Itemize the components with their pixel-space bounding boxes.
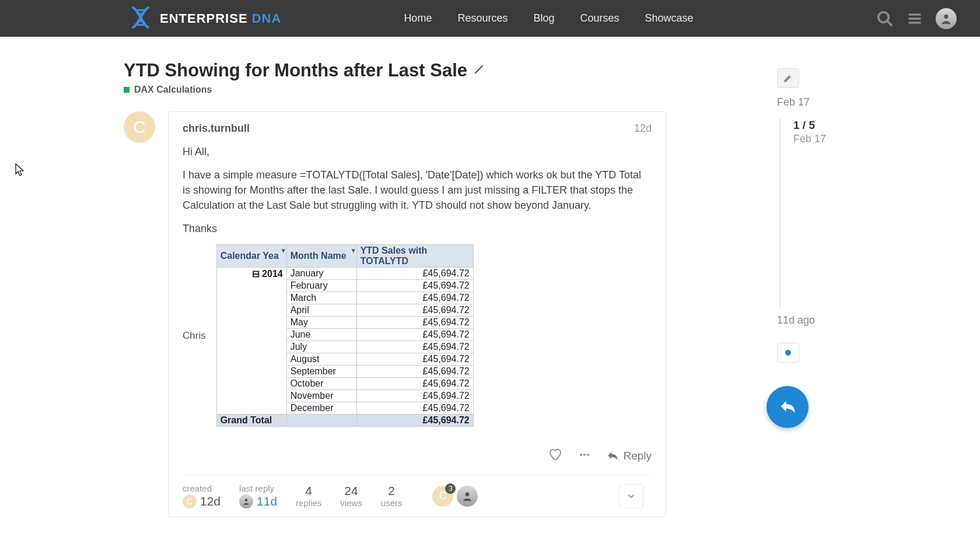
svg-point-11 xyxy=(583,454,586,456)
nav-blog[interactable]: Blog xyxy=(533,12,554,24)
value-cell: £45,694.72 xyxy=(356,378,473,390)
value-cell: £45,694.72 xyxy=(356,292,473,304)
month-cell: June xyxy=(286,329,356,341)
logo-text: ENTERPRISE DNA xyxy=(160,11,281,26)
user-avatar[interactable] xyxy=(936,8,957,29)
like-button[interactable] xyxy=(548,448,562,464)
mini-avatar xyxy=(239,494,253,508)
topic-title: YTD Showing for Months after Last Sale xyxy=(124,60,467,81)
value-cell: £45,694.72 xyxy=(356,341,473,353)
timeline-start-date[interactable]: Feb 17 xyxy=(777,96,894,108)
meta-last-reply[interactable]: last reply 11d xyxy=(239,483,277,508)
svg-point-9 xyxy=(944,14,948,18)
value-cell: £45,694.72 xyxy=(356,402,473,415)
value-cell: £45,694.72 xyxy=(356,366,473,378)
value-cell: £45,694.72 xyxy=(356,353,473,366)
post-age[interactable]: 12d xyxy=(634,122,652,135)
notification-level-button[interactable] xyxy=(777,343,799,363)
value-cell: £45,694.72 xyxy=(356,304,473,317)
month-cell: February xyxy=(286,280,356,292)
tracking-dot-icon xyxy=(785,350,791,356)
month-cell: November xyxy=(286,390,356,402)
category-name: DAX Calculations xyxy=(134,85,212,95)
participant-avatar[interactable]: C3 xyxy=(432,486,453,507)
post-actions: Reply xyxy=(183,437,652,475)
svg-point-12 xyxy=(587,454,589,456)
month-cell: August xyxy=(286,353,356,366)
timeline-current-date: Feb 17 xyxy=(793,133,894,145)
mini-avatar: C xyxy=(183,494,197,508)
nav-home[interactable]: Home xyxy=(404,12,432,24)
timeline-position: 1 / 5 xyxy=(793,119,894,132)
svg-point-13 xyxy=(245,499,248,502)
svg-point-14 xyxy=(466,492,470,496)
nav-showcase[interactable]: Showcase xyxy=(645,12,694,24)
reply-label: Reply xyxy=(623,450,652,462)
site-logo[interactable]: ENTERPRISE DNA xyxy=(128,5,281,32)
filter-icon[interactable]: ▾ xyxy=(282,247,285,254)
timeline-scroller[interactable]: 1 / 5 Feb 17 xyxy=(779,119,894,145)
nav-courses[interactable]: Courses xyxy=(580,12,619,24)
post-signature: Chris xyxy=(183,330,206,342)
timeline-track[interactable] xyxy=(779,145,894,308)
pencil-icon[interactable] xyxy=(473,64,485,78)
table-header-ytd[interactable]: YTD Sales with TOTALYTD xyxy=(356,245,473,268)
meta-created: created C 12d xyxy=(183,483,220,508)
ellipsis-icon xyxy=(578,448,592,462)
value-cell: £45,694.72 xyxy=(356,390,473,402)
post-paragraph: Hi All, xyxy=(183,144,652,159)
header-actions xyxy=(876,8,957,29)
reply-icon xyxy=(607,450,618,462)
heart-icon xyxy=(548,448,562,462)
month-cell: October xyxy=(286,378,356,390)
nav-resources[interactable]: Resources xyxy=(457,12,508,24)
grand-total-row: Grand Total£45,694.72 xyxy=(216,415,473,427)
reply-icon xyxy=(779,398,796,416)
month-cell: April xyxy=(286,304,356,317)
month-cell: July xyxy=(286,341,356,353)
topic-meta-bar: created C 12d last reply 11d xyxy=(183,475,652,517)
value-cell: £45,694.72 xyxy=(356,317,473,329)
reply-button[interactable]: Reply xyxy=(607,450,652,462)
expand-summary-button[interactable] xyxy=(619,484,643,508)
month-cell: May xyxy=(286,317,356,329)
timeline-sidebar: Feb 17 1 / 5 Feb 17 11d ago xyxy=(777,60,894,517)
person-icon xyxy=(940,12,953,25)
post-count-badge: 3 xyxy=(445,483,456,494)
table-header-year[interactable]: Calendar Yea▾ xyxy=(216,245,286,268)
table-header-month[interactable]: Month Name▾ xyxy=(286,245,356,268)
more-button[interactable] xyxy=(578,448,592,464)
participant-avatars: C3 xyxy=(432,486,478,507)
reply-fab[interactable] xyxy=(766,386,808,428)
month-cell: December xyxy=(286,402,356,415)
embedded-data-table: Calendar Yea▾ Month Name▾ YTD Sales with… xyxy=(216,244,474,427)
svg-line-5 xyxy=(887,20,892,25)
category-breadcrumb[interactable]: DAX Calculations xyxy=(124,85,666,95)
table-row: ⊟ 2014January£45,694.72 xyxy=(216,268,473,280)
dna-icon xyxy=(128,5,153,32)
post-username[interactable]: chris.turnbull xyxy=(183,122,250,135)
timeline-end-date[interactable]: 11d ago xyxy=(777,314,894,327)
dropdown-icon[interactable]: ▾ xyxy=(352,247,355,254)
participant-avatar[interactable] xyxy=(457,486,478,507)
year-cell: ⊟ 2014 xyxy=(216,268,286,415)
category-color-badge xyxy=(124,87,130,93)
topic-admin-button[interactable] xyxy=(777,68,799,88)
meta-created-value: 12d xyxy=(200,494,220,508)
search-button[interactable] xyxy=(876,10,894,27)
post-card: chris.turnbull 12d Hi All, I have a simp… xyxy=(168,111,666,517)
search-icon xyxy=(876,10,894,27)
post-author-avatar[interactable]: C xyxy=(124,111,155,143)
meta-users: 2 users xyxy=(381,484,402,508)
svg-point-10 xyxy=(580,454,582,456)
value-cell: £45,694.72 xyxy=(356,268,473,280)
post-paragraph: Thanks xyxy=(183,221,652,236)
month-cell: March xyxy=(286,292,356,304)
main-nav: Home Resources Blog Courses Showcase xyxy=(404,12,693,24)
hamburger-icon xyxy=(907,10,923,27)
month-cell: September xyxy=(286,366,356,378)
value-cell: £45,694.72 xyxy=(356,329,473,341)
menu-button[interactable] xyxy=(907,10,923,27)
site-header: ENTERPRISE DNA Home Resources Blog Cours… xyxy=(0,0,980,37)
value-cell: £45,694.72 xyxy=(356,280,473,292)
